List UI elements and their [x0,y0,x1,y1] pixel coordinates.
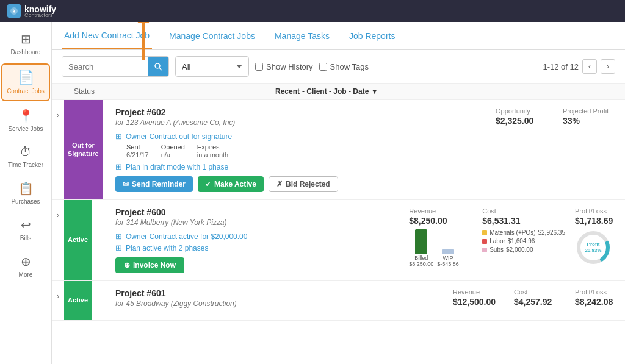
revenue-label-601: Revenue [453,288,504,296]
cost-item-subs: Subs $2,000.00 [482,246,565,253]
expand-contract-icon[interactable]: ⊞ [115,132,122,141]
job-title-602: Project #602 [115,107,480,117]
revenue-bars: Billed $8,250.00 WIP $-543.86 [409,229,472,267]
profit-section-600: Profit/Loss $1,718.69 Profit 20.83% [570,200,625,280]
expand-button-601[interactable]: › [52,281,64,320]
search-button[interactable] [148,56,168,77]
next-page-button[interactable]: › [601,59,615,74]
revenue-section-601: Revenue $12,500.00 [448,281,509,320]
profit-loss-label: Profit/Loss [575,207,607,215]
status-badge-active-600: Active [64,200,92,280]
time-tracker-icon: ⏱ [20,145,32,159]
plan-info-row-602: ⊞ Plan in draft mode with 1 phase [115,162,480,171]
search-box [62,56,169,77]
sidebar-item-dashboard[interactable]: ⊞ Dashboard [1,27,50,61]
job-metrics-602: Opportunity $2,325.00 Projected Profit 3… [488,100,625,199]
contract-link-602[interactable]: Owner Contract out for signature [126,132,232,141]
job-title-601: Project #601 [115,288,439,298]
projected-profit-value: 33% [563,116,618,126]
sidebar-item-label: Contract Jobs [7,88,45,95]
table-row: › Active Project #601 for 45 Broadway (Z… [52,281,625,321]
circle-plus-icon: ⊕ [124,261,130,269]
plan-link-602[interactable]: Plan in draft mode with 1 phase [126,163,228,171]
svg-point-2 [155,63,160,68]
sent-info-602: Sent 6/21/17 Opened n/a Expires in a mon… [126,143,480,159]
subs-label: Subs [490,246,504,253]
plan-link-600[interactable]: Plan active with 2 phases [126,244,208,252]
search-input[interactable] [62,57,148,76]
sidebar-item-label: More [19,271,33,279]
make-active-button[interactable]: ✓ Make Active [198,176,264,192]
logo-text: knowify Contractors [24,4,56,18]
invoice-now-button[interactable]: ⊕ Invoice Now [115,257,184,273]
sent-label: Sent [126,143,149,151]
expand-contract-icon-600[interactable]: ⊞ [115,232,122,241]
materials-label: Materials (+POs) [490,229,535,236]
cost-value: $6,531.31 [482,216,565,226]
logo-icon: k [7,4,21,18]
billed-bar: Billed $8,250.00 [409,229,433,267]
opened-label: Opened [161,143,185,151]
bid-rejected-button[interactable]: ✗ Bid Rejected [269,176,338,192]
sidebar-item-bills[interactable]: ↩ Bills [1,213,50,247]
profit-section-601: Profit/Loss $8,242.08 [570,281,625,320]
svg-line-3 [159,68,162,70]
tab-reports[interactable]: Job Reports [347,23,397,49]
top-bar: k knowify Contractors [0,0,625,22]
send-reminder-button[interactable]: ✉ Send Reminder [115,176,193,192]
status-badge-out-for-signature: Out forSignature [64,100,103,199]
dashboard-icon: ⊞ [21,32,31,46]
filter-select[interactable]: All Active Out for Signature Draft Compl… [175,56,249,77]
cost-label: Cost [482,207,565,215]
show-tags-checkbox[interactable]: Show Tags [319,62,369,71]
job-subtitle-602: for 123 Avenue A (Awesome Co, Inc) [115,118,480,127]
purchases-icon: 📋 [18,181,34,196]
status-badge-active-601: Active [64,281,92,320]
expand-plan-icon-600[interactable]: ⊞ [115,243,122,252]
cost-value-601: $4,257.92 [514,297,565,307]
job-subtitle-600: for 314 Mulberry (New York Pizza) [115,218,396,227]
tab-tasks[interactable]: Manage Tasks [272,23,332,49]
job-status-602: Out forSignature [64,100,107,199]
billed-label: Billed [414,255,428,261]
billed-bar-fill [415,229,427,254]
svg-text:20.83%: 20.83% [585,248,601,253]
sidebar-item-purchases[interactable]: 📋 Purchases [1,176,50,210]
expand-button-600[interactable]: › [52,200,64,280]
cost-label-601: Cost [514,288,565,296]
table-row: › Active Project #600 for 314 Mulberry (… [52,200,625,281]
revenue-value: $8,250.00 [409,216,472,226]
email-icon: ✉ [123,180,129,188]
sort-header[interactable]: Recent - Client - Job - Date ▼ [275,87,378,96]
sidebar-item-service-jobs[interactable]: 📍 Service Jobs [1,104,50,138]
sidebar-item-contract-jobs[interactable]: 📄 Contract Jobs [1,63,50,101]
wip-bar-fill [442,249,454,254]
projected-profit-label: Projected Profit [563,107,618,115]
cost-breakdown: Materials (+POs) $2,926.35 Labor $1,604.… [482,229,565,253]
sidebar-item-time-tracker[interactable]: ⏱ Time Tracker [1,140,50,174]
svg-text:Profit: Profit [587,241,600,247]
profit-donut: Profit 20.83% [575,229,612,268]
x-icon: ✗ [276,180,283,188]
sidebar-item-label: Bills [20,235,31,242]
wip-bar: WIP $-543.86 [437,249,459,267]
job-content-600: Project #600 for 314 Mulberry (New York … [107,200,404,280]
expand-button-602[interactable]: › [52,100,64,199]
logo: k knowify Contractors [7,4,56,18]
expand-plan-icon[interactable]: ⊞ [115,162,122,171]
cost-section-601: Cost $4,257.92 [509,281,570,320]
subs-value: $2,000.00 [506,246,533,253]
sidebar-item-more[interactable]: ⊕ More [1,249,50,284]
contract-link-600[interactable]: Owner Contract active for $20,000.00 [126,232,247,241]
materials-color [482,230,487,235]
tab-manage[interactable]: Manage Contract Jobs [167,23,258,49]
profit-loss-value: $1,718.69 [575,216,613,226]
show-history-checkbox[interactable]: Show History [255,62,313,71]
cost-section-600: Cost $6,531.31 Materials (+POs) $2,926.3… [477,200,570,280]
action-buttons-602: ✉ Send Reminder ✓ Make Active ✗ Bid Reje… [115,176,480,192]
cost-item-labor: Labor $1,604.96 [482,238,565,244]
prev-page-button[interactable]: ‹ [582,59,597,74]
service-jobs-icon: 📍 [18,109,34,123]
expires-value: in a month [197,151,228,159]
job-content-601: Project #601 for 45 Broadway (Ziggy Cons… [107,281,448,320]
